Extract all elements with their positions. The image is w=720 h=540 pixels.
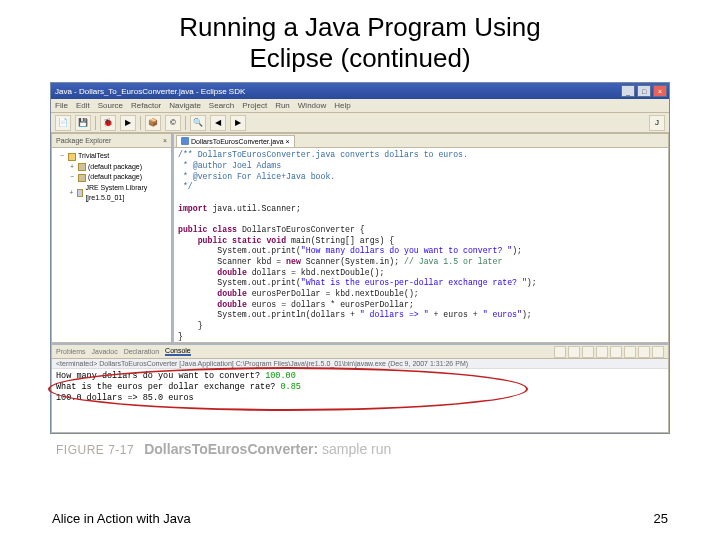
open-console-icon[interactable]	[652, 346, 664, 358]
menubar: File Edit Source Refactor Navigate Searc…	[51, 99, 669, 113]
pkg-icon	[78, 163, 86, 171]
editor-tabs: DollarsToEurosConverter.java ×	[174, 134, 668, 148]
editor-body[interactable]: /** DollarsToEurosConverter.java convert…	[174, 148, 668, 342]
save-icon[interactable]: 💾	[75, 115, 91, 131]
maximize-button[interactable]: □	[637, 85, 651, 97]
clear-console-icon[interactable]	[596, 346, 608, 358]
twisty-icon[interactable]: +	[68, 162, 76, 173]
title-line-1: Running a Java Program Using	[179, 12, 540, 42]
remove-launch-icon[interactable]	[568, 346, 580, 358]
java-perspective-icon[interactable]: J	[649, 115, 665, 131]
code-line: Scanner kbd = new Scanner(System.in); //…	[178, 257, 664, 268]
package-explorer-label: Package Explorer	[56, 137, 111, 144]
console-output[interactable]: How many dollars do you want to convert?…	[52, 369, 668, 432]
terminate-icon[interactable]	[554, 346, 566, 358]
figure-caption: FIGURE 7-17 DollarsToEurosConverter: sam…	[56, 440, 720, 458]
code-line: * @version For Alice+Java book.	[178, 172, 664, 183]
close-icon[interactable]: ×	[163, 137, 167, 144]
console-line-1-prompt: How many dollars do you want to convert?	[56, 371, 265, 381]
new-package-icon[interactable]: 📦	[145, 115, 161, 131]
page-number: 25	[654, 511, 668, 526]
tree-item-label: (default package)	[88, 172, 142, 183]
tree-item[interactable]: +JRE System Library [jre1.5.0_01]	[54, 183, 169, 204]
figure-label: FIGURE 7-17	[56, 443, 134, 457]
close-icon[interactable]: ×	[286, 138, 290, 145]
console-info: <terminated> DollarsToEurosConverter [Ja…	[52, 359, 668, 369]
slide-title: Running a Java Program Using Eclipse (co…	[0, 0, 720, 82]
package-explorer-panel: Package Explorer × −TrivialTest+(default…	[51, 133, 173, 343]
tree-item-label: JRE System Library [jre1.5.0_01]	[85, 183, 169, 204]
menu-refactor[interactable]: Refactor	[131, 101, 161, 110]
tree-item[interactable]: −TrivialTest	[54, 151, 169, 162]
console-line-2-input: 0.85	[280, 382, 300, 392]
minimize-button[interactable]: _	[621, 85, 635, 97]
lib-icon	[77, 189, 84, 197]
new-icon[interactable]: 📄	[55, 115, 71, 131]
menu-file[interactable]: File	[55, 101, 68, 110]
code-line: * @author Joel Adams	[178, 161, 664, 172]
package-explorer-tab[interactable]: Package Explorer ×	[52, 134, 171, 148]
tree-item-label: (default package)	[88, 162, 142, 173]
figure-caption-bold: DollarsToEurosConverter:	[144, 441, 318, 457]
close-button[interactable]: ×	[653, 85, 667, 97]
menu-window[interactable]: Window	[298, 101, 326, 110]
twisty-icon[interactable]: −	[68, 172, 76, 183]
console-tabs: Problems Javadoc Declaration Console	[52, 345, 668, 359]
remove-all-icon[interactable]	[582, 346, 594, 358]
menu-navigate[interactable]: Navigate	[169, 101, 201, 110]
run-icon[interactable]: ▶	[120, 115, 136, 131]
menu-edit[interactable]: Edit	[76, 101, 90, 110]
code-line: System.out.println(dollars + " dollars =…	[178, 310, 664, 321]
prev-icon[interactable]: ◀	[210, 115, 226, 131]
package-tree[interactable]: −TrivialTest+(default package)−(default …	[52, 148, 171, 207]
code-line: */	[178, 182, 664, 193]
tab-declaration[interactable]: Declaration	[124, 348, 159, 355]
code-line: double eurosPerDollar = kbd.nextDouble()…	[178, 289, 664, 300]
code-line: double dollars = kbd.nextDouble();	[178, 268, 664, 279]
title-line-2: Eclipse (continued)	[249, 43, 470, 73]
bottom-panel: Problems Javadoc Declaration Console <te…	[51, 343, 669, 433]
code-line: import java.util.Scanner;	[178, 204, 664, 215]
tree-item-label: TrivialTest	[78, 151, 109, 162]
editor-tab-label: DollarsToEurosConverter.java	[191, 138, 284, 145]
scroll-lock-icon[interactable]	[610, 346, 622, 358]
console-line-2-prompt: What is the euros per dollar exchange ra…	[56, 382, 280, 392]
display-console-icon[interactable]	[638, 346, 650, 358]
twisty-icon[interactable]: −	[58, 151, 66, 162]
console-line-1-input: 100.00	[265, 371, 296, 381]
code-line	[178, 214, 664, 225]
tree-item[interactable]: +(default package)	[54, 162, 169, 173]
tab-console[interactable]: Console	[165, 347, 191, 356]
tree-item[interactable]: −(default package)	[54, 172, 169, 183]
footer-left: Alice in Action with Java	[52, 511, 191, 526]
code-line: System.out.print("How many dollars do yo…	[178, 246, 664, 257]
footer: Alice in Action with Java 25	[52, 511, 668, 526]
menu-run[interactable]: Run	[275, 101, 290, 110]
twisty-icon[interactable]: +	[68, 188, 75, 199]
code-line: public static void main(String[] args) {	[178, 236, 664, 247]
source-code: /** DollarsToEurosConverter.java convert…	[174, 148, 668, 342]
pin-console-icon[interactable]	[624, 346, 636, 358]
new-class-icon[interactable]: ©	[165, 115, 181, 131]
search-icon[interactable]: 🔍	[190, 115, 206, 131]
code-line: }	[178, 332, 664, 343]
window-title: Java - Dollars_To_EurosConverter.java - …	[53, 87, 621, 96]
debug-icon[interactable]: 🐞	[100, 115, 116, 131]
menu-source[interactable]: Source	[98, 101, 123, 110]
code-line	[178, 193, 664, 204]
menu-search[interactable]: Search	[209, 101, 234, 110]
console-toolbar	[554, 346, 664, 358]
main-area: Package Explorer × −TrivialTest+(default…	[51, 133, 669, 343]
editor-tab[interactable]: DollarsToEurosConverter.java ×	[176, 135, 295, 147]
tab-javadoc[interactable]: Javadoc	[92, 348, 118, 355]
menu-project[interactable]: Project	[242, 101, 267, 110]
editor-panel: DollarsToEurosConverter.java × /** Dolla…	[173, 133, 669, 343]
menu-help[interactable]: Help	[334, 101, 350, 110]
code-line: public class DollarsToEurosConverter {	[178, 225, 664, 236]
code-line: /** DollarsToEurosConverter.java convert…	[178, 150, 664, 161]
tab-problems[interactable]: Problems	[56, 348, 86, 355]
window-titlebar: Java - Dollars_To_EurosConverter.java - …	[51, 83, 669, 99]
next-icon[interactable]: ▶	[230, 115, 246, 131]
pkg-icon	[78, 174, 86, 182]
eclipse-window: Java - Dollars_To_EurosConverter.java - …	[50, 82, 670, 434]
